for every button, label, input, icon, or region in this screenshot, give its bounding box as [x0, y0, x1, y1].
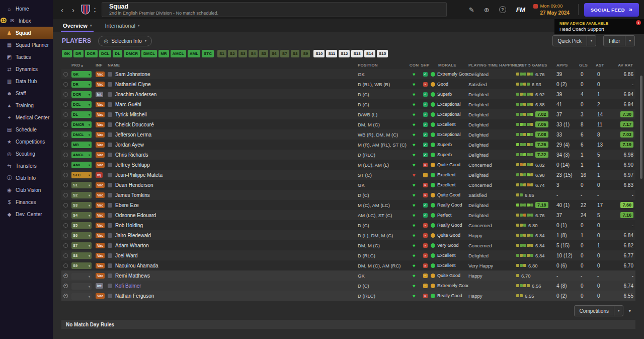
column-header-position[interactable]: POSITION: [358, 63, 409, 67]
player-row[interactable]: ✓▾VacNathan FergusonD (RLC)♥×Really Good…: [61, 291, 635, 301]
player-status-badge[interactable]: Vac: [96, 122, 105, 127]
row-checkbox[interactable]: [63, 92, 68, 97]
pick-position-dropdown[interactable]: ▾: [71, 273, 92, 280]
player-name[interactable]: Jairo Riedewald: [115, 233, 151, 238]
position-chip-s7[interactable]: S7: [280, 50, 289, 57]
column-header-gls[interactable]: GLS: [579, 63, 596, 67]
collapse-panel-chevron[interactable]: ▾: [628, 308, 631, 313]
row-checkbox[interactable]: ✓: [63, 294, 68, 298]
column-header-morale[interactable]: MORALE: [431, 63, 468, 67]
position-chip-stc[interactable]: STC: [202, 50, 214, 57]
row-checkbox[interactable]: [63, 243, 68, 248]
selection-info-dropdown[interactable]: ◎ Selection Info ▾: [98, 36, 152, 46]
sidebar-item-home[interactable]: ⌂Home: [0, 3, 53, 15]
pick-position-dropdown[interactable]: S9▾: [71, 262, 92, 269]
row-checkbox[interactable]: [63, 72, 68, 77]
player-status-badge[interactable]: Vac: [96, 233, 105, 238]
player-row[interactable]: S4▾VacOdsonne EdouardAM (LC), ST (C)♥✓Pe…: [61, 210, 635, 220]
position-chip-mr[interactable]: MR: [158, 50, 169, 57]
player-status-badge[interactable]: Vac: [96, 192, 105, 198]
sidebar-item-transfers[interactable]: ⇆Transfers: [0, 160, 53, 172]
sidebar-item-tactics[interactable]: ◩Tactics: [0, 51, 53, 63]
player-row[interactable]: MR▾VacJordan AyewM (R), AM (RL), ST (C)♥…: [61, 140, 635, 150]
world-globe-icon[interactable]: ⊕: [480, 6, 493, 14]
position-chip-s4[interactable]: S4: [249, 50, 258, 57]
sidebar-item-scouting[interactable]: ◎Scouting: [0, 148, 53, 160]
player-name[interactable]: Naouirou Ahamada: [115, 263, 158, 268]
position-chip-s13[interactable]: S13: [351, 50, 362, 57]
player-status-badge[interactable]: Vac: [96, 182, 105, 188]
pick-position-dropdown[interactable]: S6▾: [71, 232, 92, 239]
player-status-badge[interactable]: Inj: [96, 172, 103, 178]
row-checkbox[interactable]: [63, 153, 68, 157]
row-checkbox[interactable]: [63, 183, 68, 187]
position-chip-s15[interactable]: S15: [377, 50, 388, 57]
position-chip-dmcr[interactable]: DMCR: [124, 50, 140, 57]
row-checkbox[interactable]: [63, 173, 68, 177]
player-status-badge[interactable]: Vac: [96, 202, 105, 208]
player-row[interactable]: STC▾InjJean-Philippe MatetaST (C)♥−Excel…: [61, 170, 635, 180]
player-row[interactable]: S5▾VacRob HoldingD (C)♥×Really GoodConce…: [61, 220, 635, 230]
player-status-badge[interactable]: Vac: [96, 152, 105, 158]
position-chip-s8[interactable]: S8: [291, 50, 300, 57]
position-chip-s5[interactable]: S5: [259, 50, 268, 57]
player-name[interactable]: Marc Guéhi: [115, 102, 141, 107]
column-header-apps[interactable]: APPS: [556, 63, 579, 67]
player-status-badge[interactable]: Vac: [96, 253, 105, 258]
help-icon[interactable]: ?: [499, 6, 506, 13]
sidebar-item-club-vision[interactable]: ◉Club Vision: [0, 184, 53, 196]
pick-position-dropdown[interactable]: DCR▾: [71, 91, 92, 98]
position-chip-s2[interactable]: S2: [228, 50, 237, 57]
column-header-con[interactable]: CON: [409, 63, 420, 67]
player-row[interactable]: S7▾VacAdam WhartonDM, M (C)♥×Very GoodCo…: [61, 240, 635, 250]
position-chip-amcl[interactable]: AMCL: [171, 50, 186, 57]
position-chip-s14[interactable]: S14: [364, 50, 375, 57]
column-header-name[interactable]: NAME: [108, 63, 358, 67]
player-row[interactable]: GK▾VacSam JohnstoneGK♥✓Extremely GoodDel…: [61, 69, 635, 79]
player-row[interactable]: DCR▾IntJoachim AndersenD (C)♥✓SuperbDeli…: [61, 89, 635, 99]
column-header-last-5-games[interactable]: LAST 5 GAMES: [516, 63, 556, 67]
player-name[interactable]: Joel Ward: [115, 253, 138, 258]
position-chip-s1[interactable]: S1: [217, 50, 226, 57]
row-checkbox[interactable]: [63, 132, 68, 137]
player-name[interactable]: Cheick Doucouré: [115, 122, 154, 127]
player-name[interactable]: Kofi Balmer: [115, 283, 141, 289]
row-checkbox[interactable]: ✓: [63, 284, 68, 288]
position-chip-gk[interactable]: GK: [62, 50, 72, 57]
position-chip-s10[interactable]: S10: [313, 50, 325, 57]
player-row[interactable]: S2▾VacJames TomkinsD (C)♥×Quite GoodSati…: [61, 190, 635, 200]
sidebar-item-squad[interactable]: ♟Squad: [0, 27, 53, 39]
pick-position-dropdown[interactable]: S2▾: [71, 192, 92, 198]
position-chip-s12[interactable]: S12: [339, 50, 350, 57]
row-checkbox[interactable]: [63, 253, 68, 258]
player-row[interactable]: S3▾VacEbere EzeM (C), AM (LC)♥✓Really Go…: [61, 200, 635, 210]
sidebar-item-club-info[interactable]: ⓘClub Info: [0, 172, 53, 184]
row-checkbox[interactable]: [63, 112, 68, 117]
player-status-badge[interactable]: Vac: [96, 293, 105, 299]
player-status-badge[interactable]: Vac: [96, 132, 105, 138]
position-chip-dmcl[interactable]: DMCL: [141, 50, 157, 57]
player-name[interactable]: Joachim Andersen: [115, 92, 156, 97]
pick-position-dropdown[interactable]: DL▾: [71, 111, 92, 118]
player-row[interactable]: S9▾VacNaouirou AhamadaDM, M (C), AM (RC)…: [61, 260, 635, 270]
column-header-pkd[interactable]: PKD▴: [71, 63, 96, 67]
column-header-shp[interactable]: SHP: [420, 63, 431, 67]
player-name[interactable]: Sam Johnstone: [115, 72, 150, 77]
player-status-badge[interactable]: Vac: [96, 112, 105, 117]
position-chip-dl[interactable]: DL: [113, 50, 122, 57]
position-chip-s9[interactable]: S9: [301, 50, 310, 57]
pick-position-dropdown[interactable]: MR▾: [71, 142, 92, 148]
pick-position-dropdown[interactable]: DMCR▾: [71, 121, 92, 128]
player-name[interactable]: Jean-Philippe Mateta: [115, 172, 163, 178]
sidebar-item-finances[interactable]: $Finances: [0, 196, 53, 208]
row-checkbox[interactable]: [63, 193, 68, 197]
quick-pick-button[interactable]: Quick Pick ▾: [552, 35, 597, 46]
player-status-badge[interactable]: Vac: [96, 243, 105, 248]
sidebar-item-squad-planner[interactable]: ▦Squad Planner: [0, 39, 53, 51]
player-row[interactable]: ✓▾VacRemi MatthewsGK♥−Quite GoodHappy6.7…: [61, 270, 635, 281]
sidebar-item-training[interactable]: ▲Training: [0, 99, 53, 111]
player-name[interactable]: Jefferson Lerma: [115, 132, 151, 138]
player-row[interactable]: AML▾VacJeffrey SchluppM (LC), AM (L)♥×Qu…: [61, 160, 635, 170]
player-name[interactable]: Remi Matthews: [115, 273, 150, 279]
pick-position-dropdown[interactable]: S7▾: [71, 242, 92, 249]
